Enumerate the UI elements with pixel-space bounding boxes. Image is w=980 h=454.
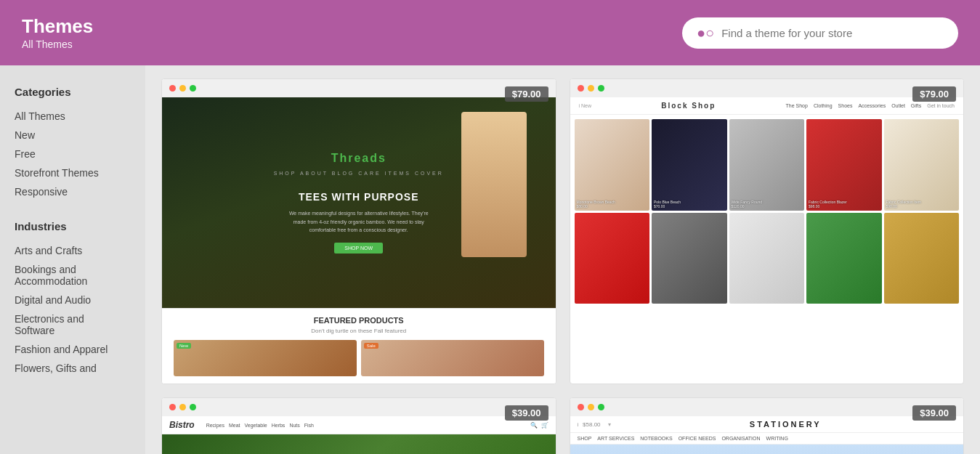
stationery-nav-top: i $58.00 ▾ STATIONERY <box>570 416 964 433</box>
dot-green <box>190 85 196 92</box>
bistro-nav-link-6: Fish <box>304 423 314 428</box>
theme-card-threads-inner: $79.00 Threads SHOP ABOUT BLOG CARE ITEM… <box>162 79 556 384</box>
theme-stationery-preview: i $58.00 ▾ STATIONERY SHOP ART SERVICES <box>570 416 964 454</box>
sidebar-item-new[interactable]: New <box>15 126 131 145</box>
blockshop-nav: i New Block Shop The Shop Clothing Shoes… <box>570 97 964 115</box>
blockshop-cell-label-2: Polo Blue Beach$70.00 <box>654 200 681 208</box>
blockshop-nav-link-4: Accessories <box>858 103 886 108</box>
sidebar-item-digital-and-audio[interactable]: Digital and Audio <box>15 291 131 309</box>
dot-red-4 <box>578 404 584 410</box>
blockshop-grid: Monotone Brown Beach$80.00 Polo Blue Bea… <box>570 115 964 308</box>
theme-card-blockshop-inner: $79.00 i New Block Shop The Shop Clothin… <box>570 79 964 308</box>
dot-red <box>169 85 176 92</box>
sidebar-item-fashion-and-apparel[interactable]: Fashion and Apparel <box>15 340 131 359</box>
threads-item-1: New <box>174 340 357 376</box>
blockshop-cell-2: Polo Blue Beach$70.00 <box>652 119 727 211</box>
content-area: $79.00 Threads SHOP ABOUT BLOG CARE ITEM… <box>145 65 980 454</box>
sidebar-item-flowers-gifts-and[interactable]: Flowers, Gifts and <box>15 359 131 378</box>
bistro-nav-links: Recipes Meat Vegetable Herbs Nuts Fish <box>206 423 314 428</box>
blockshop-logo: Block Shop <box>591 102 786 110</box>
sidebar: Categories All Themes New Free Storefron… <box>0 65 145 454</box>
bistro-nav-link-4: Herbs <box>272 423 286 428</box>
blockshop-nav-link-6: Gifts <box>911 103 921 108</box>
price-badge-stationery: $39.00 <box>912 405 956 421</box>
stationery-nav-link-1: SHOP <box>578 436 592 441</box>
stationery-hero: Back to School <box>570 445 964 454</box>
threads-badge-2: Sale <box>364 343 378 349</box>
dot-red-3 <box>169 404 176 410</box>
theme-screenshot-threads: Threads SHOP ABOUT BLOG CARE ITEMS COVER… <box>162 97 556 308</box>
search-input[interactable] <box>721 27 944 39</box>
blockshop-cell-6 <box>575 213 650 304</box>
stationery-breadcrumb: i <box>578 422 579 427</box>
theme-card-blockshop[interactable]: $79.00 i New Block Shop The Shop Clothin… <box>570 78 965 384</box>
blockshop-cell-label-5: Fabric Collection Item$90.00 <box>886 200 921 208</box>
page-title: Themes <box>22 15 93 38</box>
blockshop-cell-3: Wide Fancy Round$120.00 <box>729 119 805 211</box>
blockshop-cell-8 <box>729 213 805 304</box>
threads-nav: SHOP ABOUT BLOG CARE ITEMS COVER <box>274 171 444 176</box>
price-badge-bistro: $39.00 <box>505 405 548 421</box>
threads-badge-1: New <box>177 343 191 349</box>
industries-heading: Industries <box>15 220 131 232</box>
sidebar-item-arts-and-crafts[interactable]: Arts and Crafts <box>15 241 131 260</box>
theme-bistro-preview: Bistro Recipes Meat Vegetable Herbs Nuts… <box>162 416 556 454</box>
threads-featured-sub: Don't dig turtle on these Fall featured <box>174 328 544 334</box>
cart-icon-bistro: 🛒 <box>541 422 548 429</box>
search-icon-bistro: 🔍 <box>530 422 538 429</box>
search-bar: ●○ <box>682 17 958 49</box>
blockshop-nav-links: The Shop Clothing Shoes Accessories Outl… <box>786 103 922 108</box>
search-icon: ●○ <box>697 25 714 41</box>
stationery-nav-link-3: NOTEBOOKS <box>640 436 672 441</box>
blockshop-nav-link-1: The Shop <box>786 103 808 108</box>
threads-featured-items: New Sale <box>174 340 544 376</box>
threads-person-image <box>461 112 527 257</box>
threads-cta-btn: SHOP NOW <box>334 243 383 254</box>
sidebar-item-free[interactable]: Free <box>15 145 131 163</box>
theme-card-bistro-inner: $39.00 Bistro Recipes Meat Vegetable Her… <box>162 398 556 454</box>
stationery-price-row: $58.00 ▾ <box>583 421 610 428</box>
window-dots-threads <box>162 79 556 97</box>
threads-featured-title: FEATURED PRODUCTS <box>174 316 544 325</box>
theme-threads-preview: Threads SHOP ABOUT BLOG CARE ITEMS COVER… <box>162 97 556 308</box>
window-dots-stationery <box>570 398 964 416</box>
theme-card-stationery[interactable]: $39.00 i $58.00 ▾ STATIONERY <box>570 397 965 454</box>
theme-card-bistro[interactable]: $39.00 Bistro Recipes Meat Vegetable Her… <box>161 397 556 454</box>
blockshop-nav-action: Get in touch <box>927 103 955 108</box>
themes-grid: $79.00 Threads SHOP ABOUT BLOG CARE ITEM… <box>161 78 964 454</box>
theme-card-threads[interactable]: $79.00 Threads SHOP ABOUT BLOG CARE ITEM… <box>161 78 556 384</box>
sidebar-item-all-themes[interactable]: All Themes <box>15 107 131 126</box>
dot-yellow-4 <box>588 404 594 410</box>
sidebar-item-storefront-themes[interactable]: Storefront Themes <box>15 163 131 182</box>
stationery-nav-link-6: WRITING <box>766 436 788 441</box>
sidebar-item-responsive[interactable]: Responsive <box>15 182 131 201</box>
stationery-nav-link-5: ORGANISATION <box>721 436 760 441</box>
blockshop-cell-4: Fabric Collection Blazer$98.00 <box>806 119 882 211</box>
window-dots-blockshop <box>570 79 964 97</box>
blockshop-nav-link-2: Clothing <box>814 103 833 108</box>
threads-sub-text: We make meaningful designs for alternati… <box>286 209 432 234</box>
bistro-logo: Bistro <box>169 420 195 430</box>
bistro-nav-link-3: Vegetable <box>245 423 267 428</box>
theme-blockshop-preview: i New Block Shop The Shop Clothing Shoes… <box>570 97 964 308</box>
dot-red-2 <box>578 85 584 92</box>
header-subtitle: All Themes <box>22 38 93 50</box>
sidebar-divider <box>15 201 131 217</box>
header-title-block: Themes All Themes <box>22 15 93 49</box>
theme-screenshot-stationery: i $58.00 ▾ STATIONERY SHOP ART SERVICES <box>570 416 964 454</box>
stationery-logo: STATIONERY <box>615 420 956 429</box>
blockshop-nav-link-3: Shoes <box>838 103 853 108</box>
dot-green-2 <box>598 85 604 92</box>
bistro-nav-icons: 🔍 🛒 <box>530 422 548 429</box>
threads-featured-section: FEATURED PRODUCTS Don't dig turtle on th… <box>162 308 556 384</box>
dot-green-4 <box>598 404 604 410</box>
dot-yellow <box>179 85 186 92</box>
sidebar-item-bookings-and-accommodation[interactable]: Bookings andAccommodation <box>15 260 131 291</box>
stationery-nav-links: SHOP ART SERVICES NOTEBOOKS OFFICE NEEDS… <box>570 433 964 445</box>
blockshop-nav-link-5: Outlet <box>891 103 905 108</box>
stationery-select: ▾ <box>608 421 611 428</box>
sidebar-item-electronics-and-software[interactable]: Electronics andSoftware <box>15 309 131 340</box>
dot-yellow-2 <box>588 85 594 92</box>
blockshop-nav-left: i New <box>579 103 592 108</box>
bistro-nav: Bistro Recipes Meat Vegetable Herbs Nuts… <box>162 416 556 434</box>
